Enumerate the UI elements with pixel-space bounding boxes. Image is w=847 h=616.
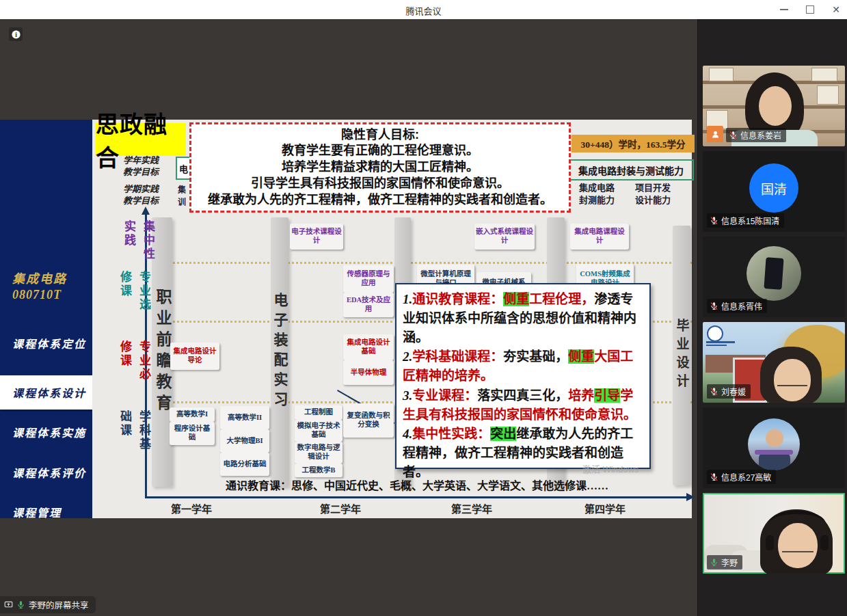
mic-active-icon [16,600,25,609]
participant-tile[interactable]: 信息系胥伟 [703,237,845,317]
participant-tile-active-speaker[interactable]: 李野 [703,493,845,574]
hidden-text-fragment: 训 [178,196,189,208]
y-axis-arrowhead [142,206,150,215]
windows-activation-watermark: 激活 Windows [582,462,638,475]
avatar-initials: 国清 [749,163,798,213]
year-label: 第二学年 [320,501,361,515]
program-name: 集成电路 [12,269,67,286]
participant-tile[interactable]: 刘春媛 [703,322,845,403]
avatar-photo [747,246,801,301]
hidden-text-fragment: 集 [178,183,189,196]
course-box: 集成电路设计基础 [343,334,394,360]
row-label-elective: 修课专业选 [116,271,152,312]
course-box: 工程制图 [295,405,342,420]
row-label-foundation: 础课学科基 [116,410,152,451]
mic-muted-icon [710,472,718,481]
x-axis-arrowhead [686,493,695,501]
course-box: 模拟电子技术基础 [295,420,342,442]
headphone-icon [766,535,774,550]
host-badge [707,126,723,142]
participant-name-chip: 信息系15陈国清 [707,213,784,228]
participant-tile[interactable]: 信息系姜岩 [703,66,845,146]
titlebar: 腾讯会议 ✕ [0,0,847,20]
course-box: 数字电路与逻辑设计 [295,442,342,464]
maximize-button[interactable] [805,4,816,15]
share-screen-icon [4,600,13,609]
mic-active-icon [710,558,718,567]
svg-text:i: i [15,31,17,38]
nav-item-management[interactable]: 课程管理 [12,504,62,520]
course-box: 高等数学II [220,406,269,429]
course-box: 程序设计基础 [170,422,215,445]
participant-name-chip: 信息系胥伟 [707,299,767,313]
avatar-photo [748,418,800,470]
course-box: 集成电路设计导论 [170,343,219,370]
course-box: 高等数学I [170,407,215,422]
tencent-meeting-window: 腾讯会议 ✕ i 集成电路 080710T 课程体系定位 课程体系设计 课程体系… [0,0,847,616]
credit-hours-bar: 30+448）学时，163.5学分 [572,135,695,152]
mic-muted-icon [729,131,738,139]
maximize-icon [806,5,814,14]
column-graduation-design: 毕业设计 [673,226,690,485]
mic-muted-icon [710,216,718,225]
minimize-button[interactable] [779,4,790,15]
capability-item: 项目开发设计能力 [629,182,677,206]
course-box: 集成电路课程设计 [570,224,629,250]
ideology-notes-overlay: 1.通识教育课程：侧重工程伦理，渗透专业知识体系中所蕴含的思想价值和精神内涵。2… [395,283,651,469]
participant-name-chip: 信息系27高敏 [707,470,776,484]
close-button[interactable]: ✕ [831,4,842,15]
course-box: 工程数学B [295,464,342,477]
screen-share-badge: 李野的屏幕共享 [0,596,96,613]
hidden-goal-box: 隐性育人目标: 教育学生要有正确的工程伦理意识。 培养学生精益求精的大国工匠精神… [189,122,571,213]
year-label: 第三学年 [451,501,492,515]
course-box: 复变函数与积分变换 [343,403,394,438]
course-box: 半导体物理 [343,360,394,385]
nav-item-implementation[interactable]: 课程体系实施 [12,424,86,440]
participant-tile[interactable]: 信息系27高敏 [703,407,845,488]
x-axis-line [145,496,688,498]
shared-app-sidebar: 集成电路 080710T 课程体系定位 课程体系设计 课程体系实施 课程体系评价… [0,120,92,518]
mic-muted-icon [710,387,718,396]
capability-box: 集成电路封装与测试能力 [568,159,694,180]
course-box: 电子技术课程设计 [290,224,343,250]
participant-name-chip: 李野 [707,555,742,570]
share-badge-label: 李野的屏幕共享 [29,598,89,611]
hidden-goal-title: 隐性育人目标: [191,127,569,144]
year-label: 第一学年 [171,501,212,515]
course-box: 电路分析基础 [220,453,269,476]
person-icon [711,130,720,139]
row-label-required: 修课专业必 [116,340,152,381]
column-assembly-practice: 电子装配实习 [271,217,288,487]
course-box: 大学物理BI [220,429,269,453]
capability-item: 集成电路封测能力 [573,182,621,206]
course-box: 传感器原理与应用 [343,265,394,293]
mic-muted-icon [710,302,718,310]
row-label-practice: 实践集中性 [120,220,157,261]
school-logo [707,325,723,342]
participant-name-chip: 刘春媛 [707,384,751,399]
participant-name-chip: 信息系姜岩 [726,128,786,142]
nav-item-evaluation[interactable]: 课程体系评价 [12,464,86,481]
course-box: 嵌入式系统课程设计 [474,224,535,250]
program-code: 080710T [12,288,62,302]
nav-item-positioning[interactable]: 课程体系定位 [12,335,86,351]
practice-goal-label: 学年实践教学目标 [119,155,163,178]
year-label: 第四学年 [584,501,626,515]
slide-topic-badge: 思政融合 [96,123,186,156]
window-title: 腾讯会议 [0,4,847,17]
course-box: EDA技术及应用 [343,293,394,317]
participant-tile[interactable]: 国清 信息系15陈国清 [703,151,845,232]
info-icon[interactable]: i [9,27,23,41]
minimize-icon [780,9,788,10]
practice-goal-label: 学期实践教学目标 [119,184,163,207]
